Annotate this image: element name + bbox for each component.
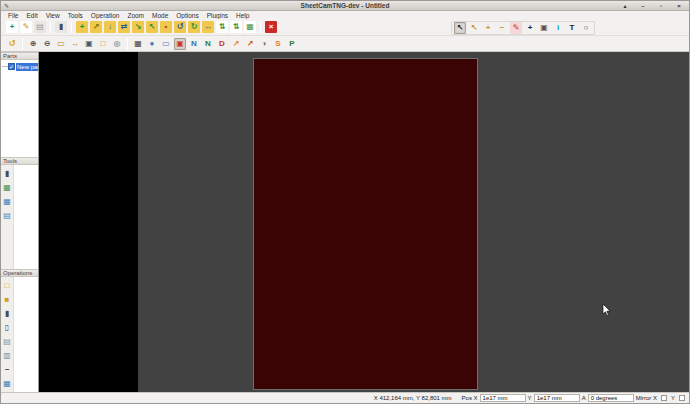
new-job-icon[interactable]: + (6, 21, 18, 33)
part-outline-icon[interactable]: P (286, 38, 298, 50)
show-rapids-icon[interactable]: N (188, 38, 200, 50)
measure-icon[interactable]: ↗ (230, 38, 242, 50)
mirror-y-checkbox[interactable] (679, 395, 685, 401)
move-down-icon[interactable]: ⇅ (230, 21, 242, 33)
mirror-y-label: Y (671, 395, 675, 401)
drawing-tools-group: ↖↖+−✎+▣iT○ (451, 21, 595, 35)
main-area: Parts ✓ New part Tools ▮▦▦▤ Operations □… (1, 52, 689, 392)
measure-angle-icon[interactable]: ↗ (244, 38, 256, 50)
add-node-icon[interactable]: + (482, 22, 494, 34)
move-up-icon[interactable]: ⇅ (216, 21, 228, 33)
part-import-icon[interactable]: ↘ (132, 21, 144, 33)
parts-tree-item[interactable]: ✓ New part (1, 62, 38, 71)
save-job-icon[interactable]: ▤ (34, 21, 46, 33)
machine-area[interactable] (39, 52, 138, 392)
menu-item-mode[interactable]: Mode (148, 12, 172, 19)
menu-item-help[interactable]: Help (232, 12, 253, 19)
zoom-fit-icon[interactable]: ▣ (83, 38, 95, 50)
op-table-icon[interactable]: ▦ (1, 378, 13, 390)
toolbar-separator (260, 21, 261, 33)
mouse-cursor (602, 304, 611, 317)
part-open-icon[interactable]: ↗ (90, 21, 102, 33)
menu-item-view[interactable]: View (42, 12, 64, 19)
menu-item-options[interactable]: Options (172, 12, 202, 19)
part-reload-icon[interactable]: ↺ (174, 21, 186, 33)
menu-item-zoom[interactable]: Zoom (123, 12, 148, 19)
parts-panel-header: Parts (1, 52, 38, 60)
zoom-drawing-icon[interactable]: ◎ (111, 38, 123, 50)
run-stats-icon[interactable]: ◑ (258, 38, 270, 50)
delete-icon[interactable]: × (265, 21, 277, 33)
mirror-x-label: Mirror X (636, 395, 657, 401)
pocket-icon[interactable]: ■ (1, 294, 13, 306)
toolbar-separator (22, 38, 23, 50)
mirror-x-checkbox[interactable] (661, 395, 667, 401)
move-part-icon[interactable]: ▣ (538, 22, 550, 34)
toolbar-separator (71, 21, 72, 33)
new-tool-icon[interactable]: ▮ (1, 168, 13, 180)
part-new-icon[interactable]: + (76, 21, 88, 33)
show-machine-icon[interactable]: ▦ (132, 38, 144, 50)
move-node-icon[interactable]: ↖ (468, 22, 480, 34)
menu-item-edit[interactable]: Edit (22, 12, 41, 19)
text-tool-icon[interactable]: T (566, 22, 578, 34)
set-origin-icon[interactable]: + (524, 22, 536, 34)
part-link-icon[interactable]: • (160, 21, 172, 33)
zoom-out-icon[interactable]: ⊖ (41, 38, 53, 50)
peck-drill-icon[interactable]: ▯ (1, 322, 13, 334)
parts-panel: ✓ New part (1, 60, 38, 157)
zoom-in-icon[interactable]: ⊕ (27, 38, 39, 50)
zoom-window-icon[interactable]: ▭ (55, 38, 67, 50)
part-mirror-icon[interactable]: ↔ (202, 21, 214, 33)
window-controls: ▴–▫× (618, 1, 686, 11)
show-material-icon[interactable]: ▭ (160, 38, 172, 50)
sheetcam-window: ✎ SheetCamTNG-dev - Untitled ▴–▫× FileEd… (0, 0, 690, 404)
import-tools-icon[interactable]: ▦ (1, 182, 13, 194)
tool-table-icon[interactable]: ▮ (55, 21, 67, 33)
menu-item-plugins[interactable]: Plugins (203, 12, 232, 19)
measure-point-icon[interactable]: i (552, 22, 564, 34)
shape-tool-icon[interactable]: ○ (580, 22, 592, 34)
pos-y-label: Y (528, 395, 532, 401)
material-plate[interactable] (253, 58, 478, 390)
delete-node-icon[interactable]: − (496, 22, 508, 34)
edit-contour-icon[interactable]: ✎ (510, 22, 522, 34)
zoom-extents-icon[interactable]: ↔ (69, 38, 81, 50)
undo-icon[interactable]: ↺ (6, 38, 18, 50)
part-visible-checkbox[interactable]: ✓ (8, 63, 15, 70)
duplicate-op-icon[interactable]: ▤ (1, 336, 13, 348)
menu-item-file[interactable]: File (4, 12, 22, 19)
tools-panel-toolbar: ▮▦▦▤ (1, 165, 14, 269)
show-links-icon[interactable]: N (202, 38, 214, 50)
tool-library-icon[interactable]: ▤ (1, 210, 13, 222)
show-direction-icon[interactable]: D (216, 38, 228, 50)
menu-item-tools[interactable]: Tools (64, 12, 87, 19)
part-name-label[interactable]: New part (16, 63, 38, 71)
view-toolbar: ↺⊕⊖▭↔▣□◎▦●▭▣NND↗↗◑SP (1, 36, 689, 52)
operations-panel: □■▮▯▤▥~▦ (1, 277, 38, 392)
angle-field[interactable]: 0 degrees (588, 394, 634, 402)
pos-y-field[interactable]: 1e17 mm (534, 394, 580, 402)
work-canvas[interactable] (39, 52, 689, 392)
show-world-icon[interactable]: ● (146, 38, 158, 50)
menu-item-operation[interactable]: Operation (87, 12, 124, 19)
zoom-selection-icon[interactable]: □ (97, 38, 109, 50)
plot-op-icon[interactable]: ~ (1, 364, 13, 376)
select-tool-icon[interactable]: ↖ (454, 22, 466, 34)
part-export-icon[interactable]: ↖ (146, 21, 158, 33)
drill-icon[interactable]: ▮ (1, 308, 13, 320)
show-toolpaths-icon[interactable]: ▣ (174, 38, 186, 50)
part-save-icon[interactable]: ↓ (104, 21, 116, 33)
toolbar-separator (50, 21, 51, 33)
outside-contour-icon[interactable]: □ (1, 280, 13, 292)
image-icon[interactable]: ▦ (244, 21, 256, 33)
open-job-icon[interactable]: ✎ (20, 21, 32, 33)
start-points-icon[interactable]: S (272, 38, 284, 50)
copy-op-icon[interactable]: ▥ (1, 350, 13, 362)
part-rotate-icon[interactable]: ↻ (188, 21, 200, 33)
pos-x-field[interactable]: 1e17 mm (480, 394, 526, 402)
part-copy-icon[interactable]: ⇄ (118, 21, 130, 33)
title-bar[interactable]: ✎ SheetCamTNG-dev - Untitled ▴–▫× (1, 1, 689, 11)
main-toolbar: +✎▤▮+↗↓⇄↘↖•↺↻↔⇅⇅▦× ↖↖+−✎+▣iT○ (1, 19, 689, 36)
tool-table-icon[interactable]: ▦ (1, 196, 13, 208)
